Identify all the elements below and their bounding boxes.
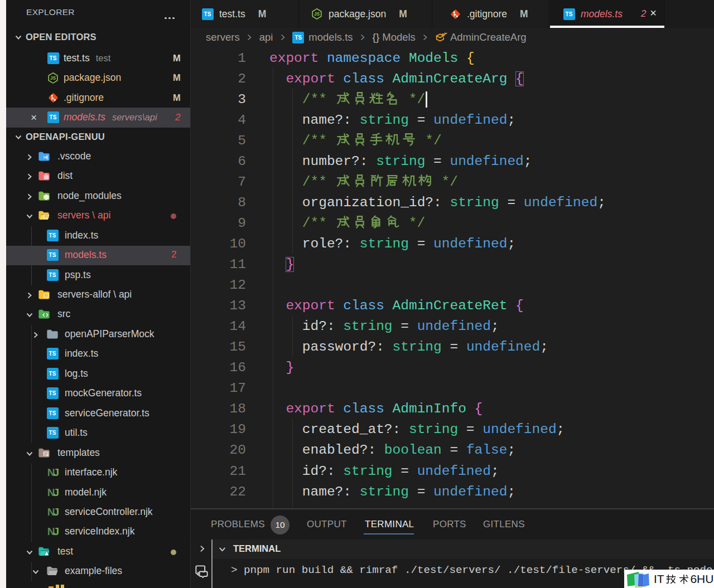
svg-text:JS: JS <box>50 76 56 81</box>
svg-text:JS: JS <box>314 12 320 17</box>
